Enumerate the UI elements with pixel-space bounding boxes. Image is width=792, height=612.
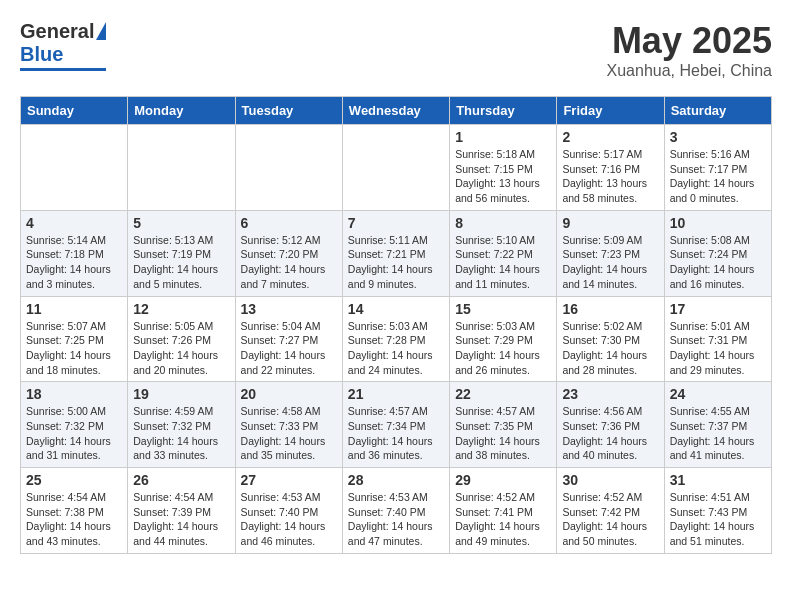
calendar-cell: 22Sunrise: 4:57 AM Sunset: 7:35 PM Dayli… (450, 382, 557, 468)
day-detail: Sunrise: 5:03 AM Sunset: 7:28 PM Dayligh… (348, 319, 444, 378)
weekday-header-wednesday: Wednesday (342, 97, 449, 125)
calendar-week-row: 4Sunrise: 5:14 AM Sunset: 7:18 PM Daylig… (21, 210, 772, 296)
weekday-header-monday: Monday (128, 97, 235, 125)
calendar-cell (128, 125, 235, 211)
calendar-cell: 7Sunrise: 5:11 AM Sunset: 7:21 PM Daylig… (342, 210, 449, 296)
calendar-cell: 2Sunrise: 5:17 AM Sunset: 7:16 PM Daylig… (557, 125, 664, 211)
calendar-cell: 14Sunrise: 5:03 AM Sunset: 7:28 PM Dayli… (342, 296, 449, 382)
calendar-cell: 17Sunrise: 5:01 AM Sunset: 7:31 PM Dayli… (664, 296, 771, 382)
calendar-week-row: 11Sunrise: 5:07 AM Sunset: 7:25 PM Dayli… (21, 296, 772, 382)
day-number: 21 (348, 386, 444, 402)
logo-underline (20, 68, 106, 71)
calendar-cell: 9Sunrise: 5:09 AM Sunset: 7:23 PM Daylig… (557, 210, 664, 296)
calendar-cell: 30Sunrise: 4:52 AM Sunset: 7:42 PM Dayli… (557, 468, 664, 554)
calendar-week-row: 25Sunrise: 4:54 AM Sunset: 7:38 PM Dayli… (21, 468, 772, 554)
calendar-cell: 3Sunrise: 5:16 AM Sunset: 7:17 PM Daylig… (664, 125, 771, 211)
day-detail: Sunrise: 5:08 AM Sunset: 7:24 PM Dayligh… (670, 233, 766, 292)
day-number: 1 (455, 129, 551, 145)
day-detail: Sunrise: 5:11 AM Sunset: 7:21 PM Dayligh… (348, 233, 444, 292)
day-detail: Sunrise: 4:58 AM Sunset: 7:33 PM Dayligh… (241, 404, 337, 463)
day-number: 2 (562, 129, 658, 145)
day-number: 14 (348, 301, 444, 317)
calendar-cell: 5Sunrise: 5:13 AM Sunset: 7:19 PM Daylig… (128, 210, 235, 296)
day-number: 12 (133, 301, 229, 317)
day-detail: Sunrise: 5:17 AM Sunset: 7:16 PM Dayligh… (562, 147, 658, 206)
day-number: 3 (670, 129, 766, 145)
calendar-cell: 10Sunrise: 5:08 AM Sunset: 7:24 PM Dayli… (664, 210, 771, 296)
weekday-header-row: SundayMondayTuesdayWednesdayThursdayFrid… (21, 97, 772, 125)
calendar-cell: 15Sunrise: 5:03 AM Sunset: 7:29 PM Dayli… (450, 296, 557, 382)
day-detail: Sunrise: 5:00 AM Sunset: 7:32 PM Dayligh… (26, 404, 122, 463)
calendar-cell: 31Sunrise: 4:51 AM Sunset: 7:43 PM Dayli… (664, 468, 771, 554)
day-number: 18 (26, 386, 122, 402)
day-number: 20 (241, 386, 337, 402)
day-number: 31 (670, 472, 766, 488)
calendar-cell: 26Sunrise: 4:54 AM Sunset: 7:39 PM Dayli… (128, 468, 235, 554)
day-number: 11 (26, 301, 122, 317)
location: Xuanhua, Hebei, China (607, 62, 772, 80)
day-number: 4 (26, 215, 122, 231)
page-header: General Blue May 2025 Xuanhua, Hebei, Ch… (20, 20, 772, 80)
calendar-cell: 4Sunrise: 5:14 AM Sunset: 7:18 PM Daylig… (21, 210, 128, 296)
day-number: 17 (670, 301, 766, 317)
day-number: 13 (241, 301, 337, 317)
calendar-cell (342, 125, 449, 211)
calendar-cell: 12Sunrise: 5:05 AM Sunset: 7:26 PM Dayli… (128, 296, 235, 382)
day-detail: Sunrise: 5:14 AM Sunset: 7:18 PM Dayligh… (26, 233, 122, 292)
day-detail: Sunrise: 4:52 AM Sunset: 7:41 PM Dayligh… (455, 490, 551, 549)
day-detail: Sunrise: 4:55 AM Sunset: 7:37 PM Dayligh… (670, 404, 766, 463)
calendar-cell: 18Sunrise: 5:00 AM Sunset: 7:32 PM Dayli… (21, 382, 128, 468)
logo: General Blue (20, 20, 106, 71)
calendar-cell: 29Sunrise: 4:52 AM Sunset: 7:41 PM Dayli… (450, 468, 557, 554)
day-detail: Sunrise: 5:04 AM Sunset: 7:27 PM Dayligh… (241, 319, 337, 378)
calendar-cell: 11Sunrise: 5:07 AM Sunset: 7:25 PM Dayli… (21, 296, 128, 382)
calendar-week-row: 18Sunrise: 5:00 AM Sunset: 7:32 PM Dayli… (21, 382, 772, 468)
weekday-header-sunday: Sunday (21, 97, 128, 125)
day-detail: Sunrise: 5:16 AM Sunset: 7:17 PM Dayligh… (670, 147, 766, 206)
day-number: 5 (133, 215, 229, 231)
month-title: May 2025 (607, 20, 772, 62)
weekday-header-friday: Friday (557, 97, 664, 125)
day-number: 26 (133, 472, 229, 488)
weekday-header-saturday: Saturday (664, 97, 771, 125)
title-section: May 2025 Xuanhua, Hebei, China (607, 20, 772, 80)
calendar-cell: 25Sunrise: 4:54 AM Sunset: 7:38 PM Dayli… (21, 468, 128, 554)
day-detail: Sunrise: 4:52 AM Sunset: 7:42 PM Dayligh… (562, 490, 658, 549)
logo-blue: Blue (20, 43, 63, 66)
day-detail: Sunrise: 5:18 AM Sunset: 7:15 PM Dayligh… (455, 147, 551, 206)
day-number: 28 (348, 472, 444, 488)
calendar-cell: 1Sunrise: 5:18 AM Sunset: 7:15 PM Daylig… (450, 125, 557, 211)
calendar-cell: 8Sunrise: 5:10 AM Sunset: 7:22 PM Daylig… (450, 210, 557, 296)
day-number: 9 (562, 215, 658, 231)
day-number: 7 (348, 215, 444, 231)
day-detail: Sunrise: 5:13 AM Sunset: 7:19 PM Dayligh… (133, 233, 229, 292)
day-number: 24 (670, 386, 766, 402)
weekday-header-tuesday: Tuesday (235, 97, 342, 125)
day-detail: Sunrise: 5:03 AM Sunset: 7:29 PM Dayligh… (455, 319, 551, 378)
day-detail: Sunrise: 4:53 AM Sunset: 7:40 PM Dayligh… (241, 490, 337, 549)
day-number: 16 (562, 301, 658, 317)
day-number: 23 (562, 386, 658, 402)
day-number: 19 (133, 386, 229, 402)
logo-triangle-icon (96, 22, 106, 40)
day-detail: Sunrise: 4:56 AM Sunset: 7:36 PM Dayligh… (562, 404, 658, 463)
day-number: 22 (455, 386, 551, 402)
day-detail: Sunrise: 4:53 AM Sunset: 7:40 PM Dayligh… (348, 490, 444, 549)
weekday-header-thursday: Thursday (450, 97, 557, 125)
day-detail: Sunrise: 5:10 AM Sunset: 7:22 PM Dayligh… (455, 233, 551, 292)
day-detail: Sunrise: 5:12 AM Sunset: 7:20 PM Dayligh… (241, 233, 337, 292)
day-detail: Sunrise: 5:05 AM Sunset: 7:26 PM Dayligh… (133, 319, 229, 378)
day-detail: Sunrise: 4:59 AM Sunset: 7:32 PM Dayligh… (133, 404, 229, 463)
calendar-cell: 16Sunrise: 5:02 AM Sunset: 7:30 PM Dayli… (557, 296, 664, 382)
day-detail: Sunrise: 4:51 AM Sunset: 7:43 PM Dayligh… (670, 490, 766, 549)
day-number: 6 (241, 215, 337, 231)
day-number: 10 (670, 215, 766, 231)
calendar-cell: 23Sunrise: 4:56 AM Sunset: 7:36 PM Dayli… (557, 382, 664, 468)
day-detail: Sunrise: 5:09 AM Sunset: 7:23 PM Dayligh… (562, 233, 658, 292)
calendar-cell: 24Sunrise: 4:55 AM Sunset: 7:37 PM Dayli… (664, 382, 771, 468)
calendar-cell: 20Sunrise: 4:58 AM Sunset: 7:33 PM Dayli… (235, 382, 342, 468)
calendar-cell (235, 125, 342, 211)
calendar-cell: 19Sunrise: 4:59 AM Sunset: 7:32 PM Dayli… (128, 382, 235, 468)
calendar-cell: 27Sunrise: 4:53 AM Sunset: 7:40 PM Dayli… (235, 468, 342, 554)
calendar-cell: 6Sunrise: 5:12 AM Sunset: 7:20 PM Daylig… (235, 210, 342, 296)
